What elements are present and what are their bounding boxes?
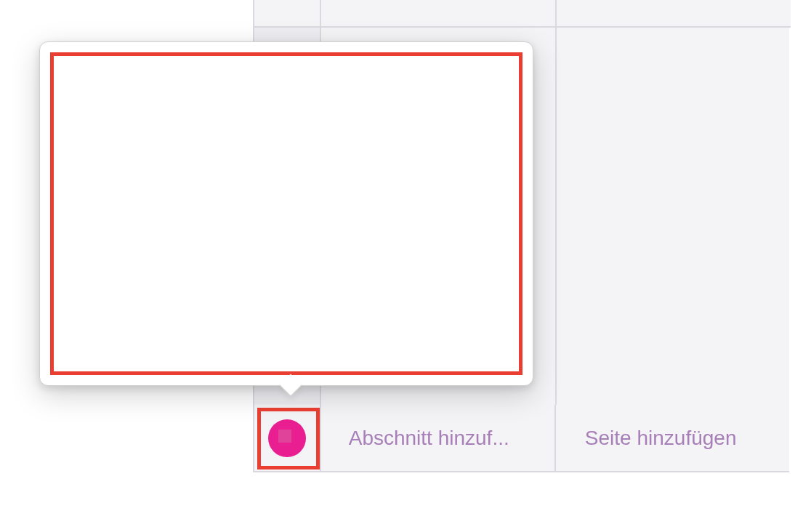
bottom-action-bar: Abschnitt hinzuf... Seite hinzufügen	[253, 405, 789, 472]
notebook-color-icon	[268, 419, 306, 457]
popover-highlight-frame	[50, 52, 522, 375]
below-bar-whitespace	[0, 472, 811, 532]
add-page-label: Seite hinzufügen	[585, 427, 737, 450]
gutter-header-cell	[254, 0, 320, 28]
sections-header-cell	[321, 0, 555, 28]
pages-column	[557, 0, 791, 471]
notebook-icon-cell[interactable]	[254, 405, 321, 471]
add-section-label: Abschnitt hinzuf...	[349, 427, 509, 450]
notebook-icon-inner-square	[278, 430, 291, 443]
notebook-popover[interactable]	[39, 41, 533, 386]
add-section-button[interactable]: Abschnitt hinzuf...	[321, 405, 556, 471]
add-page-button[interactable]: Seite hinzufügen	[556, 405, 789, 471]
pages-header-cell	[557, 0, 791, 28]
